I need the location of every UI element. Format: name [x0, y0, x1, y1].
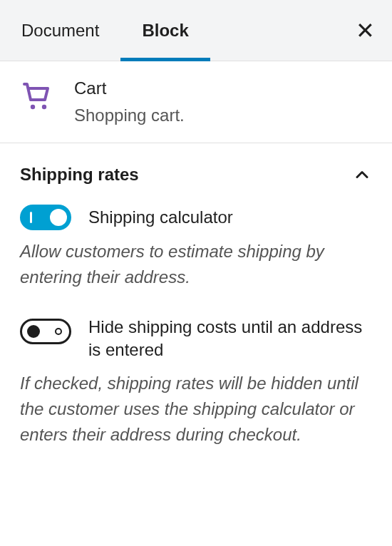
cart-icon: [20, 80, 54, 114]
toggle-knob: [50, 209, 67, 226]
svg-point-0: [31, 105, 35, 109]
setting-label: Shipping calculator: [88, 206, 233, 229]
toggle-on-mark: [30, 212, 32, 223]
close-icon: ✕: [356, 18, 375, 43]
toggle-off-mark: [55, 328, 62, 335]
shipping-rates-panel: Shipping rates Shipping calculator Allow…: [0, 143, 392, 448]
panel-title: Shipping rates: [20, 165, 139, 185]
setting-hide-shipping-costs: Hide shipping costs until an address is …: [20, 316, 372, 448]
setting-row: Shipping calculator: [20, 205, 372, 230]
svg-point-1: [42, 105, 46, 109]
block-header: Cart Shopping cart.: [0, 61, 392, 143]
tab-block[interactable]: Block: [120, 0, 210, 61]
setting-shipping-calculator: Shipping calculator Allow customers to e…: [20, 205, 372, 290]
tab-block-label: Block: [142, 21, 188, 41]
block-description: Shopping cart.: [74, 105, 185, 125]
block-info: Cart Shopping cart.: [74, 78, 185, 125]
tab-document[interactable]: Document: [11, 0, 120, 61]
toggle-knob: [27, 325, 40, 338]
chevron-up-icon: [352, 165, 372, 185]
setting-help: Allow customers to estimate shipping by …: [20, 239, 372, 290]
block-title: Cart: [74, 78, 185, 98]
setting-row: Hide shipping costs until an address is …: [20, 316, 372, 362]
toggle-hide-shipping-costs[interactable]: [20, 319, 71, 344]
inspector-tabs: Document Block ✕: [0, 0, 392, 61]
panel-header[interactable]: Shipping rates: [20, 143, 372, 205]
setting-label: Hide shipping costs until an address is …: [88, 316, 372, 362]
setting-help: If checked, shipping rates will be hidde…: [20, 371, 372, 448]
toggle-shipping-calculator[interactable]: [20, 205, 71, 230]
tab-document-label: Document: [21, 21, 99, 41]
close-button[interactable]: ✕: [350, 14, 381, 48]
